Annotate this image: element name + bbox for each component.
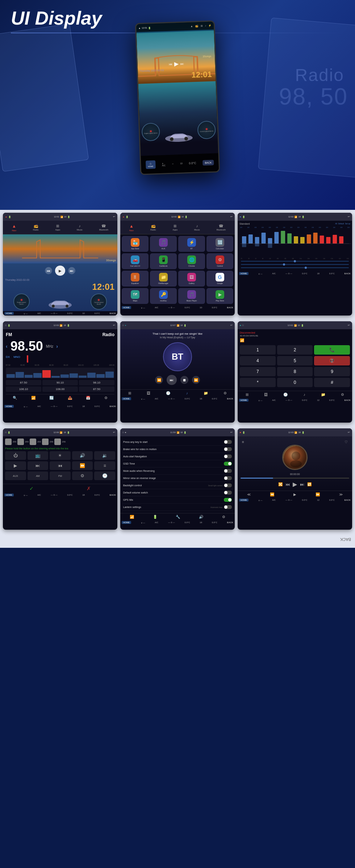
s5-back[interactable]: ↩ bbox=[230, 324, 233, 327]
nav-apps-s2[interactable]: ⊞ Apps bbox=[172, 224, 178, 231]
app-appstore[interactable]: 🏪 App Store bbox=[122, 236, 149, 252]
home-s7[interactable]: HOME bbox=[4, 494, 14, 496]
toggle-5[interactable] bbox=[224, 476, 232, 480]
set-next[interactable]: ⏩ bbox=[72, 461, 93, 470]
mono-label[interactable]: MNO bbox=[13, 355, 20, 363]
set-power[interactable]: ⏻ bbox=[5, 451, 26, 460]
back-s6[interactable]: BACK bbox=[344, 399, 351, 401]
preset-5[interactable]: 108.00 bbox=[42, 386, 78, 392]
dial-4[interactable]: 4 bbox=[240, 356, 276, 365]
prev-btn-s1[interactable]: ⏮ bbox=[45, 267, 52, 274]
app-filemanager[interactable]: 📁 FileManager bbox=[150, 271, 177, 287]
play-btn-s9[interactable]: ▶ bbox=[293, 481, 297, 488]
radio-loop-icon[interactable]: 🔄 bbox=[49, 396, 54, 400]
home-s8[interactable]: HOME bbox=[122, 521, 131, 524]
color-255-5[interactable] bbox=[54, 439, 61, 445]
set-vol-up[interactable]: 🔊 bbox=[72, 451, 93, 460]
bt-music-icon[interactable]: ♪ bbox=[186, 391, 188, 395]
toggle-1[interactable] bbox=[224, 447, 232, 451]
app-google[interactable]: G Google bbox=[206, 271, 233, 287]
shuffle-btn[interactable]: 🔀 bbox=[278, 482, 283, 486]
freq-next[interactable]: › bbox=[56, 343, 58, 349]
fwd-btn[interactable]: ⏭ bbox=[180, 62, 184, 65]
back-s5[interactable]: BACK bbox=[227, 398, 233, 400]
prev-btn-s9[interactable]: ⏮ bbox=[285, 482, 290, 487]
app-playstore[interactable]: ▶ Play Store bbox=[206, 288, 233, 304]
toggle-8[interactable] bbox=[224, 498, 232, 502]
s8-back[interactable]: ↩ bbox=[230, 431, 233, 434]
set-aux[interactable]: AUX bbox=[5, 471, 26, 480]
app-aux[interactable]: 🎵 AUX bbox=[150, 236, 177, 252]
nav-music-s1[interactable]: ♪ Music bbox=[77, 224, 83, 231]
app-carbitlink[interactable]: 📱 CarbitLink bbox=[150, 253, 177, 269]
back-s2[interactable]: BACK bbox=[227, 306, 233, 309]
dial-end[interactable]: 📵 bbox=[314, 356, 350, 365]
bt-image-icon[interactable]: 🖼 bbox=[147, 391, 150, 395]
set-brightness[interactable]: ☀ bbox=[50, 451, 71, 460]
progress-bar-s9[interactable] bbox=[241, 478, 349, 479]
dial-9[interactable]: 9 bbox=[314, 367, 350, 376]
app-bt[interactable]: ⚡ BT bbox=[178, 236, 205, 252]
back-s8[interactable]: BACK bbox=[227, 521, 233, 524]
nav-radio-s1[interactable]: 📻 Radio bbox=[33, 224, 39, 231]
nav-bt-s2[interactable]: ☎ Bluetooth bbox=[217, 224, 226, 231]
set-display[interactable]: 📺 bbox=[28, 451, 49, 460]
app-carlink[interactable]: 🚗 Car Link 2.0 bbox=[122, 253, 149, 269]
set-fm[interactable]: FM bbox=[50, 471, 71, 480]
color-255-3[interactable] bbox=[30, 439, 36, 445]
phone-image-icon[interactable]: 🖼 bbox=[264, 393, 268, 397]
dial-call[interactable]: 📞 bbox=[314, 345, 350, 355]
app-mcxkey[interactable]: 🔑 mcxKey bbox=[150, 288, 177, 304]
s8-wifi-icon[interactable]: 📶 bbox=[130, 515, 134, 519]
app-control[interactable]: ⚙ Control bbox=[206, 253, 233, 269]
bt-rew[interactable]: ⏪ bbox=[155, 376, 163, 384]
s7-back[interactable]: ↩ bbox=[113, 431, 115, 434]
next-btn-s1[interactable]: ⏭ bbox=[68, 267, 75, 274]
back-s3[interactable]: BACK bbox=[344, 272, 351, 275]
home-s1[interactable]: HOME bbox=[4, 312, 14, 315]
cancel-btn[interactable]: ✗ bbox=[87, 486, 91, 491]
color-255-4[interactable] bbox=[42, 439, 49, 445]
set-settings[interactable]: ⚙ bbox=[72, 471, 93, 480]
eq-default[interactable]: Default bbox=[338, 223, 344, 225]
toggle-2[interactable] bbox=[224, 454, 232, 458]
toggle-7[interactable] bbox=[224, 491, 232, 495]
bt-fwd[interactable]: ⏩ bbox=[192, 376, 200, 384]
radio-calendar-icon[interactable]: 📅 bbox=[86, 396, 90, 400]
confirm-btn[interactable]: ✓ bbox=[29, 486, 34, 491]
menu-icon-s9[interactable]: ≡ bbox=[242, 440, 244, 444]
set-prev[interactable]: ⏮ bbox=[50, 461, 71, 470]
home-s2[interactable]: HOME bbox=[122, 306, 131, 309]
preset-2[interactable]: 90.10 bbox=[42, 380, 78, 385]
dx-label[interactable]: DX bbox=[6, 355, 10, 363]
app-equalizer[interactable]: 🎚 Equalizer bbox=[122, 271, 149, 287]
next-btn-s9[interactable]: ⏭ bbox=[300, 482, 304, 487]
s8-speaker-icon[interactable]: 🔊 bbox=[199, 515, 203, 519]
s3-back[interactable]: ↩ bbox=[348, 215, 350, 218]
app-chrome[interactable]: 🌐 Chrome bbox=[178, 253, 205, 269]
play-btn-s1[interactable]: ▶ bbox=[55, 266, 65, 276]
back-s9[interactable]: BACK bbox=[344, 499, 351, 501]
app-calculator[interactable]: 🔢 Calculator bbox=[206, 236, 233, 252]
preset-3[interactable]: 98.10 bbox=[79, 380, 114, 385]
dial-7[interactable]: 7 bbox=[240, 367, 276, 376]
set-mode[interactable]: ≡ bbox=[94, 461, 115, 470]
minus-btn[interactable]: − bbox=[172, 162, 174, 165]
play-btn[interactable]: ▶ bbox=[174, 60, 179, 67]
nav-music-s2[interactable]: ♪ Music bbox=[194, 224, 200, 231]
phone-folder-icon[interactable]: 📁 bbox=[321, 393, 325, 397]
dial-8[interactable]: 8 bbox=[277, 367, 313, 376]
app-musicplayer[interactable]: 🎵 Music Player bbox=[178, 288, 205, 304]
home-s9[interactable]: HOME bbox=[239, 499, 248, 501]
set-skip[interactable]: ⏭ bbox=[28, 461, 49, 470]
s9-rew-icon[interactable]: ⏪ bbox=[270, 492, 274, 496]
bt-clock-icon[interactable]: 🕐 bbox=[166, 391, 170, 395]
preset-6[interactable]: 87.50 bbox=[79, 386, 114, 392]
dial-5[interactable]: 5 bbox=[277, 356, 313, 365]
color-255-2[interactable] bbox=[17, 439, 24, 445]
s6-back[interactable]: ↩ bbox=[348, 324, 350, 327]
set-am[interactable]: AM bbox=[28, 471, 49, 480]
s9-back[interactable]: ↩ bbox=[348, 431, 350, 434]
phone-clock-icon[interactable]: 🕐 bbox=[283, 393, 288, 397]
s8-gear-icon[interactable]: ⚙ bbox=[222, 515, 225, 519]
